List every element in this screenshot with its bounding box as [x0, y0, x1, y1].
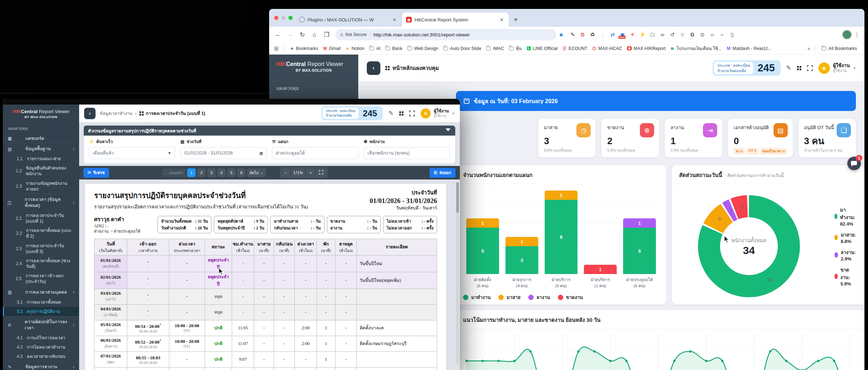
extension-icon[interactable]: ⌐	[718, 32, 727, 37]
sidebar-menu-item[interactable]: 4.3 ลงเวลาสาย-กลับก่อน	[3, 352, 79, 361]
extension-icon[interactable]: ▣ New	[618, 32, 627, 37]
bookmark-item[interactable]: iMAC	[484, 46, 507, 51]
sidebar-menu-item[interactable]: ▤ ข้อมูลพื้นฐาน ∨	[3, 143, 79, 154]
bookmark-item[interactable]: ⬡ MAX-HCAC	[590, 46, 625, 51]
sidebar-menu-item[interactable]: 3.2 สรุปการปฏิบัติงาน	[3, 307, 79, 316]
input-tail-icon[interactable]: ▦	[260, 151, 263, 156]
extension-icon[interactable]: ✎	[568, 32, 577, 37]
bookmark-item[interactable]: ★ Notion	[343, 46, 367, 51]
bookmark-item[interactable]: Bank	[383, 46, 405, 51]
table-row[interactable]: 06/01/2026(อังคาร) 08:52 - 20:00*09.00-1…	[94, 336, 437, 351]
bookmark-item[interactable]: M Matdash - ReactJ...	[724, 46, 774, 51]
sidebar-menu-item[interactable]: 2.1 การลงเวลาประจำวัน (แบบที่ 1)	[3, 211, 79, 226]
back-button[interactable]: ‹	[367, 61, 380, 75]
sidebar-menu-item[interactable]: 4.2 การไม่ลงเวลาทำงาน	[3, 343, 79, 352]
bookmark-item[interactable]: Auto Door Slide	[441, 46, 484, 51]
back-icon[interactable]: ←	[273, 31, 283, 38]
table-row[interactable]: 07/01/2026(พุธ) 08:55 - 18:0309.00-18.00…	[94, 351, 437, 367]
tab-plugins[interactable]: Plugins ‹ MAX-SOLUTION — W ✕	[295, 12, 402, 27]
notification-fab[interactable]: 1	[847, 157, 861, 170]
sidebar-menu-item[interactable]: ⊘ ความผิดปกติในการลงเวลา ∨	[3, 316, 79, 333]
tab-close-icon[interactable]: ✕	[499, 17, 504, 22]
bookmark-item[interactable]: หุ้น	[507, 45, 524, 52]
apps-grid-icon[interactable]: ⊞	[274, 45, 279, 52]
sidebar-menu-item[interactable]: ▦ แดชบอร์ด	[3, 134, 79, 143]
stat-card[interactable]: ขาดงาน ⊗ 2 5.9% ของทั้งหมด	[601, 119, 659, 157]
page-number-button[interactable]: 4	[217, 168, 226, 177]
stat-card[interactable]: ลางาน ⇥ 1 2.9% ของทั้งหมด	[665, 119, 722, 157]
extension-icon[interactable]: ◌	[598, 32, 607, 37]
reading-list-icon[interactable]: ❐	[321, 31, 332, 39]
user-menu[interactable]: ผ ผู้ใช้งานผู้ใช้งาน ∨	[421, 108, 455, 118]
page-number-button[interactable]: 6	[237, 168, 246, 177]
filter-input[interactable]: เดือนที่แล้ว ▼	[89, 147, 175, 159]
sidebar-menu-item[interactable]: 2.4 การลงเวลาทั้งหมด (ช่วงวันที่)	[3, 256, 79, 271]
filter-input[interactable]: เลือกพนักงาน (ทุกคน)	[364, 147, 450, 159]
sidebar-menu-item[interactable]: 1.1 รายการแผนก-ฝ่าย	[3, 154, 79, 163]
sidebar-menu-item[interactable]: 4.1 การแก้ไขการลงเวลา	[3, 333, 79, 343]
sidebar-menu-item[interactable]: ◫ การลงเวลา (ข้อมูลทั้งหมด) ∨	[3, 194, 79, 211]
all-bookmarks[interactable]: All Bookmarks	[819, 46, 859, 51]
filter-input[interactable]: 01/01/2026 - 31/01/2026 ▦	[180, 147, 267, 159]
window-controls[interactable]	[274, 16, 293, 20]
sidebar-menu-item[interactable]: 2.5 การลงเวลา เข้า-ออก (ประจำวัน)	[3, 271, 79, 286]
extension-icon[interactable]: ☖	[648, 32, 657, 37]
extension-icon[interactable]: ✳	[628, 32, 637, 37]
export-button[interactable]: ⎘ ส่งออก	[430, 168, 456, 178]
browser-menu-icon[interactable]: ⋮	[853, 31, 861, 38]
zoom-level[interactable]: 171%	[291, 168, 305, 177]
bookmark-item[interactable]: L LINE Official	[524, 46, 560, 51]
bookmark-item[interactable]: Web Design	[405, 46, 441, 51]
stat-card[interactable]: อนุมัติ OT วันนี้ ❏ 3 คน จำนวนชั่วโมงรวม…	[798, 119, 856, 157]
reload-icon[interactable]: ↻	[297, 31, 308, 39]
help-draw-icon[interactable]: ✎	[786, 64, 791, 72]
extension-icon[interactable]: ☆	[678, 32, 687, 37]
table-row[interactable]: 01/01/2026(พฤหัสบดี) -- - หยุดประจำปี - …	[94, 255, 437, 272]
tab-hikcentral[interactable]: ▦ HikCentral Report System ✕	[402, 12, 509, 27]
extension-icon[interactable]: ♻	[588, 32, 597, 37]
sidebar-menu-item[interactable]: ▥ การลงเวลาส่วนบุคคล ∨	[3, 287, 79, 298]
report-scrollbar[interactable]	[456, 182, 459, 365]
address-bar[interactable]: ⚠ Not Secure http://hik.max-solution.net…	[335, 29, 556, 40]
sidebar-menu-item[interactable]: 1.2 ข้อมูลยืนยันตัวตนของพนักงาน	[3, 163, 79, 178]
sidebar-menu-item[interactable]: 2.3 การลงเวลาประจำวัน (แบบที่ 3)	[3, 241, 79, 256]
report-area[interactable]: รายงานสรุปการปฏิบัติรายบุคคลประจำช่วงวัน…	[79, 179, 460, 370]
bookmark-item[interactable]: ★ Bookmarks	[288, 46, 321, 51]
table-row[interactable]: 04/01/2026(อาทิตย์) -- - หยุด - - - - -	[94, 304, 437, 320]
bookmark-item[interactable]: M Gmail	[321, 46, 343, 51]
bookmarks-overflow-icon[interactable]: »	[807, 46, 810, 51]
apps-icon[interactable]	[399, 111, 404, 116]
zoom-out-button[interactable]: −	[281, 168, 290, 177]
extension-icon[interactable]: ▯	[728, 32, 737, 37]
filter-input[interactable]: ฝ่ายประตูออโต้	[272, 147, 359, 159]
page-number-button[interactable]: 5	[227, 168, 236, 177]
minimize-window-button[interactable]	[281, 16, 286, 20]
filter-icon[interactable]	[445, 128, 451, 133]
page-number-button[interactable]: 1	[187, 168, 196, 177]
table-row[interactable]: 05/01/2026(จันทร์) 08:54 - 20:00*09.00-1…	[94, 320, 437, 336]
fullscreen-icon[interactable]	[807, 65, 813, 71]
back-button[interactable]: ‹	[84, 108, 96, 119]
bookmark-item[interactable]: AI	[367, 46, 383, 51]
sidebar-menu-item[interactable]: ✎ ข้อมูลการลางาน ∨	[3, 361, 79, 370]
fit-page-button[interactable]	[316, 168, 327, 177]
table-row[interactable]: 08/01/2026(พฤหัสบดี) 08:57 - 18:0109.00-…	[94, 367, 437, 370]
extension-icon[interactable]: ∞	[658, 32, 667, 37]
input-tail-icon[interactable]: ▼	[168, 151, 171, 155]
sidebar-menu-item[interactable]: 2.2 การลงเวลาทั้งหมด (แบบที่ 2)	[3, 226, 79, 241]
user-menu[interactable]: ผ ผู้ใช้งานผู้ใช้งาน ∨	[818, 62, 856, 74]
page-number-button[interactable]: 2	[197, 168, 206, 177]
scrollbar-thumb[interactable]	[456, 182, 459, 213]
fullscreen-icon[interactable]	[409, 111, 415, 116]
extension-icon[interactable]: ⚡	[638, 32, 647, 38]
extension-icon[interactable]: ‹›	[708, 32, 717, 37]
bookmark-item[interactable]: ☰ ECOUNT	[560, 46, 590, 51]
zoom-in-button[interactable]: +	[306, 168, 315, 177]
extension-icon[interactable]: G	[688, 32, 697, 37]
maximize-window-button[interactable]	[288, 16, 293, 20]
table-row[interactable]: 02/01/2026(ศุกร์) -- - หยุดประจำปี - - -…	[94, 272, 437, 289]
sidebar-menu-item[interactable]: 3.1 การลงเวลาทั้งหมด	[3, 298, 79, 307]
sidebar-menu-item[interactable]: 1.3 รายงานข้อมูลพนักงานลาออก	[3, 179, 79, 194]
extension-icon[interactable]: ⊙	[698, 32, 707, 37]
help-draw-icon[interactable]: ✎	[389, 110, 394, 117]
